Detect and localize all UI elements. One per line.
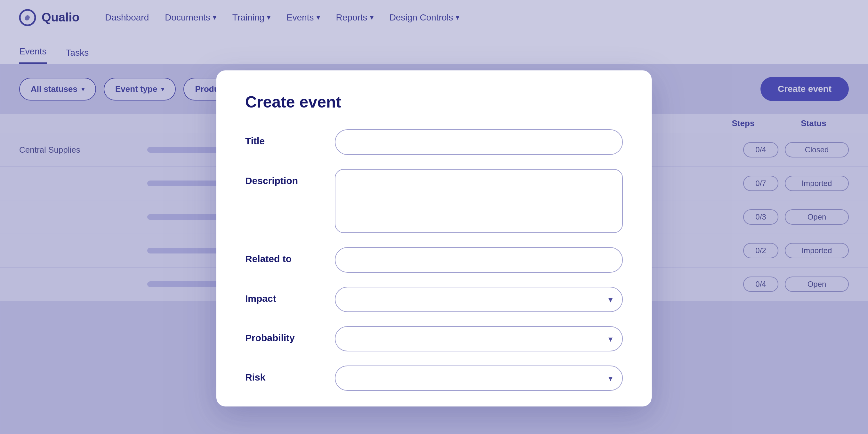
modal-title: Create event (245, 93, 623, 112)
input-description[interactable] (335, 169, 623, 233)
select-wrap-risk: Low Medium High Critical ▾ (335, 366, 623, 391)
form-row-description: Description (245, 169, 623, 233)
label-probability: Probability (245, 326, 322, 343)
select-wrap-impact: Low Medium High Critical ▾ (335, 287, 623, 312)
label-related-to: Related to (245, 247, 322, 265)
form-row-title: Title (245, 129, 623, 155)
label-risk: Risk (245, 366, 322, 383)
modal-overlay: Create event Title Description Related t… (0, 0, 868, 434)
label-impact: Impact (245, 287, 322, 304)
label-description: Description (245, 169, 322, 186)
form-row-related-to: Related to (245, 247, 623, 273)
create-event-modal: Create event Title Description Related t… (216, 70, 652, 406)
select-risk[interactable]: Low Medium High Critical (335, 366, 623, 391)
form-row-impact: Impact Low Medium High Critical ▾ (245, 287, 623, 312)
input-related-to[interactable] (335, 247, 623, 273)
input-title[interactable] (335, 129, 623, 155)
select-wrap-probability: Very Low Low Medium High Very High ▾ (335, 326, 623, 351)
label-title: Title (245, 129, 322, 147)
form-row-probability: Probability Very Low Low Medium High Ver… (245, 326, 623, 351)
select-probability[interactable]: Very Low Low Medium High Very High (335, 326, 623, 351)
form-row-risk: Risk Low Medium High Critical ▾ (245, 366, 623, 391)
select-impact[interactable]: Low Medium High Critical (335, 287, 623, 312)
